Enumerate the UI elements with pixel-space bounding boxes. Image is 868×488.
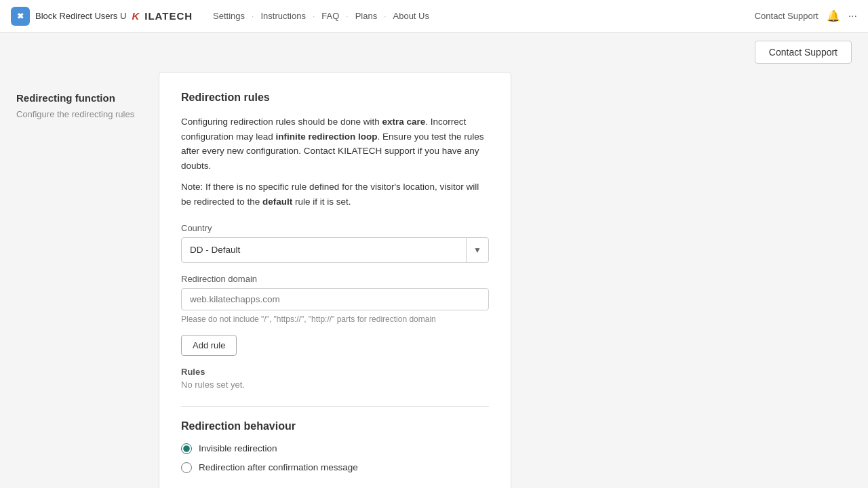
nav-sep-3: · [346,12,348,21]
add-rule-button[interactable]: Add rule [181,335,237,356]
domain-label: Redirection domain [181,274,489,284]
nav-links: Settings · Instructions · FAQ · Plans · … [209,8,433,24]
rules-empty: No rules set yet. [181,380,489,390]
nav-instructions[interactable]: Instructions [256,8,309,24]
app-header: ✖ Block Redirect Users U KILATECH Settin… [0,0,868,33]
warning-text: Configuring redirection rules should be … [181,115,489,173]
app-icon-letter: ✖ [17,12,24,21]
header-left: ✖ Block Redirect Users U KILATECH Settin… [11,7,433,26]
more-options-icon[interactable]: ··· [848,10,857,22]
warning-bold2: infinite redirection loop [276,131,378,142]
logo-k: K [132,10,139,22]
note-text: Note: If there is no specific rule defin… [181,180,489,209]
contact-support-button[interactable]: Contact Support [755,41,852,64]
logo-text: ILATECH [144,10,193,22]
app-icon: ✖ [11,7,30,26]
nav-sep-1: · [252,12,254,21]
behaviour-title: Redirection behaviour [181,420,489,432]
radio-confirmation-label[interactable]: Redirection after confirmation message [199,462,358,472]
country-value: DD - Default [182,239,466,260]
contact-support-row: Contact Support [0,33,868,72]
domain-hint: Please do not include "/", "https://", "… [181,314,489,324]
header-right: Contact Support 🔔 ··· [755,9,857,22]
chevron-down-icon[interactable]: ▼ [467,240,488,260]
radio-invisible-input[interactable] [181,443,192,454]
radio-invisible: Invisible redirection [181,443,489,454]
contact-support-header-link[interactable]: Contact Support [755,11,818,21]
content-panel: Redirection rules Configuring redirectio… [159,72,511,488]
sidebar: Redirecting function Configure the redir… [16,72,159,488]
app-title: Block Redirect Users U [35,11,126,21]
radio-confirmation: Redirection after confirmation message [181,462,489,473]
sidebar-description: Configure the redirecting rules [16,109,145,119]
redirection-rules-title: Redirection rules [181,92,489,104]
warning-part1: Configuring redirection rules should be … [181,117,382,127]
nav-about[interactable]: About Us [389,8,433,24]
main-content: Redirecting function Configure the redir… [0,72,868,488]
rules-label: Rules [181,367,489,377]
nav-settings[interactable]: Settings [209,8,249,24]
warning-bold1: extra care [382,117,425,127]
section-divider [181,406,489,407]
country-dropdown[interactable]: DD - Default ▼ [181,237,489,263]
radio-invisible-label[interactable]: Invisible redirection [199,443,277,453]
country-label: Country [181,223,489,233]
sidebar-title: Redirecting function [16,92,145,104]
nav-plans[interactable]: Plans [351,8,382,24]
bell-icon[interactable]: 🔔 [827,9,840,22]
domain-input[interactable] [181,288,489,310]
note-bold: default [262,197,292,207]
note-part2: rule if it is set. [292,197,351,207]
nav-faq[interactable]: FAQ [317,8,343,24]
radio-confirmation-input[interactable] [181,462,192,473]
nav-sep-2: · [313,12,315,21]
nav-sep-4: · [384,12,386,21]
